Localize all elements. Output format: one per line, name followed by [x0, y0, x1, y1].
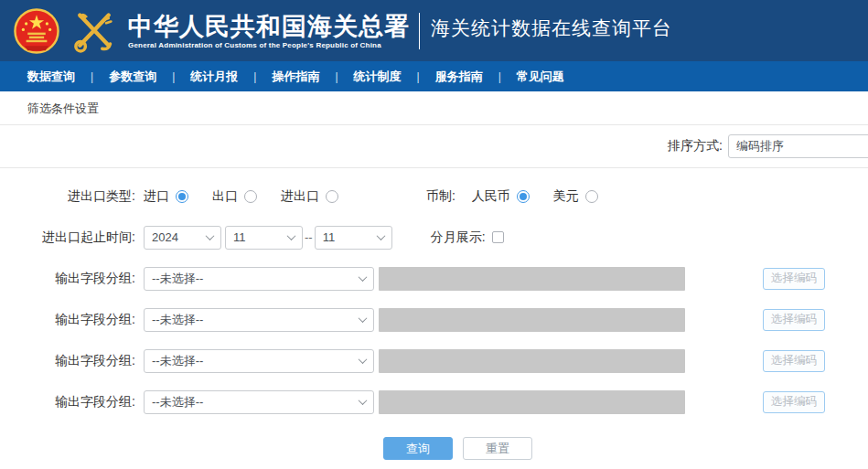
field-group-select-3[interactable]: --未选择-- [144, 349, 374, 373]
radio-usd-label: 美元 [553, 188, 579, 205]
field-group-row-3: 输出字段分组: --未选择-- 选择编码 [0, 340, 868, 381]
radio-rmb[interactable]: 人民币 [472, 188, 530, 205]
date-range-row: 进出口起止时间: 2024 11 -- 11 分月展示: [0, 217, 868, 258]
field-group-row-2: 输出字段分组: --未选择-- 选择编码 [0, 299, 868, 340]
year-select-value: 2024 [152, 230, 201, 244]
chevron-down-icon [287, 231, 296, 240]
reset-button[interactable]: 重置 [463, 437, 532, 460]
radio-rmb-label: 人民币 [472, 188, 510, 205]
choose-code-button-3[interactable]: 选择编码 [763, 350, 825, 372]
monthly-display-checkbox[interactable] [492, 231, 504, 243]
chevron-down-icon [359, 272, 368, 282]
chevron-down-icon [359, 355, 368, 364]
section-title: 筛选条件设置 [0, 91, 868, 125]
field-group-code-input-3 [379, 349, 685, 373]
chevron-down-icon [359, 396, 368, 405]
national-emblem-icon [13, 7, 60, 55]
radio-rmb-control [517, 190, 530, 203]
chevron-down-icon [376, 231, 385, 240]
platform-title: 海关统计数据在线查询平台 [431, 16, 672, 47]
nav-item-faq[interactable]: 常见问题 [517, 69, 564, 85]
choose-code-button-1[interactable]: 选择编码 [763, 268, 825, 290]
field-group-row-4: 输出字段分组: --未选择-- 选择编码 [0, 381, 868, 422]
org-title-block: 中华人民共和国海关总署 General Administration of Cu… [128, 13, 410, 49]
end-month-select[interactable]: 11 [315, 226, 392, 250]
main-nav: 数据查询 | 参数查询 | 统计月报 | 操作指南 | 统计制度 | 服务指南 … [0, 61, 868, 91]
radio-export-control [244, 190, 257, 203]
date-range-separator: -- [305, 230, 313, 244]
field-group-code-input-1 [379, 267, 685, 291]
radio-import-export-label: 进出口 [281, 188, 319, 205]
radio-import-export-control [326, 190, 338, 203]
radio-import-export[interactable]: 进出口 [281, 188, 338, 205]
org-name-en: General Administration of Customs of the… [128, 41, 410, 49]
field-group-code-input-2 [379, 308, 685, 332]
radio-usd-control [585, 190, 598, 203]
currency-label: 币制: [426, 188, 455, 205]
currency-group: 币制: 人民币 美元 [426, 188, 622, 205]
nav-item-data-query[interactable]: 数据查询 [27, 69, 75, 85]
sort-select[interactable]: 编码排序 [728, 134, 868, 158]
app-header: 中华人民共和国海关总署 General Administration of Cu… [0, 0, 868, 61]
radio-import[interactable]: 进口 [144, 188, 188, 205]
sort-label: 排序方式: [668, 138, 723, 155]
monthly-display-label: 分月展示: [431, 229, 486, 246]
filter-panel: 筛选条件设置 排序方式: 编码排序 进出口类型: 进口 出口 进出口 [0, 91, 868, 460]
field-group-select-1[interactable]: --未选择-- [144, 267, 374, 291]
radio-import-control [176, 190, 188, 203]
nav-separator: | [498, 70, 501, 83]
sort-select-value: 编码排序 [736, 138, 868, 155]
field-group-select-2[interactable]: --未选择-- [144, 308, 374, 332]
chevron-down-icon [206, 231, 215, 240]
nav-item-param-query[interactable]: 参数查询 [109, 69, 156, 85]
nav-item-service-guide[interactable]: 服务指南 [435, 69, 483, 85]
action-bar: 查询 重置 [0, 437, 868, 460]
header-divider [419, 13, 420, 49]
start-month-select-value: 11 [233, 230, 283, 244]
radio-export-label: 出口 [212, 188, 238, 205]
radio-usd[interactable]: 美元 [553, 188, 598, 205]
nav-separator: | [335, 70, 338, 83]
field-group-label-2: 输出字段分组: [0, 312, 135, 328]
year-select[interactable]: 2024 [144, 226, 221, 250]
nav-item-statistics-system[interactable]: 统计制度 [354, 69, 402, 85]
field-group-label-1: 输出字段分组: [0, 271, 135, 287]
nav-item-monthly-report[interactable]: 统计月报 [190, 69, 238, 85]
field-group-row-1: 输出字段分组: --未选择-- 选择编码 [0, 258, 868, 299]
page-root: 中华人民共和国海关总署 General Administration of Cu… [0, 0, 868, 469]
field-group-select-3-value: --未选择-- [152, 353, 354, 369]
field-group-code-input-4 [379, 390, 685, 414]
choose-code-button-2[interactable]: 选择编码 [763, 309, 825, 331]
end-month-select-value: 11 [323, 230, 372, 244]
field-group-label-3: 输出字段分组: [0, 353, 135, 369]
field-group-select-2-value: --未选择-- [152, 312, 354, 328]
chevron-down-icon [359, 314, 368, 323]
nav-separator: | [253, 70, 256, 83]
trade-type-row: 进出口类型: 进口 出口 进出口 币制: 人民币 [0, 176, 868, 217]
start-month-select[interactable]: 11 [225, 226, 303, 250]
field-group-label-4: 输出字段分组: [0, 394, 135, 410]
nav-separator: | [172, 70, 175, 83]
filter-form: 进出口类型: 进口 出口 进出口 币制: 人民币 [0, 168, 868, 422]
field-group-select-4-value: --未选择-- [152, 394, 354, 410]
radio-export[interactable]: 出口 [212, 188, 257, 205]
trade-type-label: 进出口类型: [0, 188, 135, 205]
nav-separator: | [417, 70, 420, 83]
monthly-display-group: 分月展示: [431, 229, 504, 246]
nav-separator: | [91, 70, 93, 83]
org-name-cn: 中华人民共和国海关总署 [128, 13, 410, 40]
radio-import-label: 进口 [144, 188, 169, 205]
nav-item-operation-guide[interactable]: 操作指南 [272, 69, 319, 85]
query-button[interactable]: 查询 [383, 437, 453, 460]
field-group-select-4[interactable]: --未选择-- [144, 390, 374, 414]
sort-row: 排序方式: 编码排序 [0, 125, 868, 168]
field-group-select-1-value: --未选择-- [152, 271, 354, 287]
choose-code-button-4[interactable]: 选择编码 [763, 391, 825, 413]
date-range-label: 进出口起止时间: [0, 229, 135, 246]
customs-logo-icon [68, 5, 121, 57]
